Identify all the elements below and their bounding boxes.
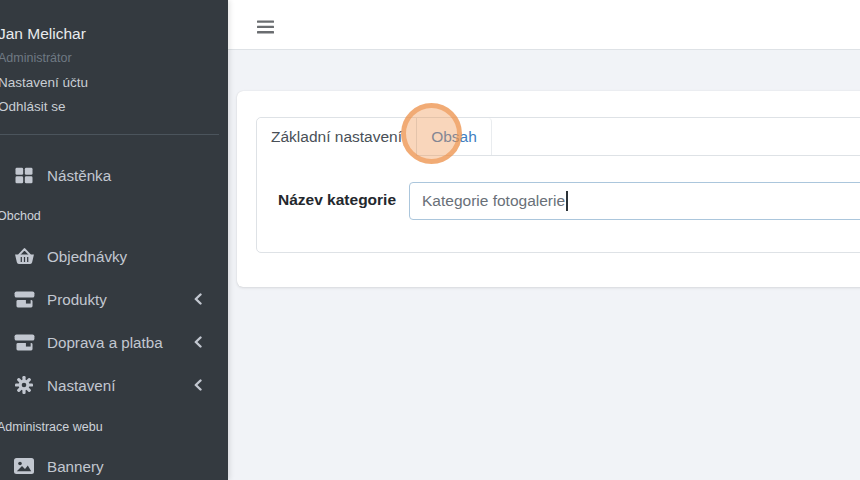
- chevron-left-icon: [194, 336, 202, 348]
- tab-zakladni-nastaveni[interactable]: Základní nastavení: [257, 118, 417, 156]
- sidebar-item-label: Doprava a platba: [47, 334, 163, 351]
- sidebar-item-label: Bannery: [47, 458, 104, 475]
- sidebar-item-label: Nástěnka: [47, 167, 111, 184]
- chevron-left-icon: [194, 293, 202, 305]
- sidebar-section-obchod: Obchod: [0, 204, 225, 228]
- grid-icon: [13, 167, 35, 184]
- gear-icon: [13, 376, 35, 394]
- category-name-value: Kategorie fotogalerie: [422, 192, 565, 210]
- logout-link[interactable]: Odhlásit se: [0, 99, 66, 114]
- sidebar-divider: [0, 134, 219, 135]
- sidebar-item-label: Nastavení: [47, 377, 115, 394]
- store-icon: [13, 291, 35, 308]
- tab-bar: Základní nastavení Obsah: [257, 118, 860, 156]
- sidebar-item-nastaveni[interactable]: Nastavení: [0, 365, 228, 405]
- tab-obsah[interactable]: Obsah: [417, 118, 492, 155]
- sidebar-item-bannery[interactable]: Bannery: [0, 446, 228, 480]
- store-icon: [13, 334, 35, 351]
- hamburger-icon[interactable]: [255, 18, 276, 40]
- top-navbar: [228, 0, 860, 50]
- sidebar-item-label: Produkty: [47, 291, 107, 308]
- account-settings-link[interactable]: Nastavení účtu: [0, 75, 88, 90]
- image-icon: [13, 458, 35, 474]
- sidebar: Jan Melichar Administrátor Nastavení účt…: [0, 0, 228, 480]
- text-cursor: [566, 191, 568, 211]
- basket-icon: [13, 248, 35, 265]
- sidebar-item-nastenka[interactable]: Nástěnka: [0, 155, 228, 195]
- chevron-left-icon: [194, 379, 202, 391]
- sidebar-item-objednavky[interactable]: Objednávky: [0, 236, 228, 276]
- sidebar-item-label: Objednávky: [47, 248, 127, 265]
- sidebar-section-administrace-webu: Administrace webu: [0, 415, 225, 439]
- content-area: Základní nastavení Obsah Název kategorie…: [228, 50, 860, 480]
- user-name: Jan Melichar: [0, 25, 86, 43]
- category-edit-card: Základní nastavení Obsah Název kategorie…: [256, 117, 860, 253]
- sidebar-item-produkty[interactable]: Produkty: [0, 279, 228, 319]
- category-name-input[interactable]: Kategorie fotogalerie: [409, 182, 860, 220]
- sidebar-item-doprava-a-platba[interactable]: Doprava a platba: [0, 322, 228, 362]
- category-name-label: Název kategorie: [278, 191, 396, 209]
- category-name-row: Název kategorie Kategorie fotogalerie: [257, 182, 860, 220]
- user-role: Administrátor: [0, 51, 72, 65]
- page-card: Základní nastavení Obsah Název kategorie…: [237, 91, 860, 287]
